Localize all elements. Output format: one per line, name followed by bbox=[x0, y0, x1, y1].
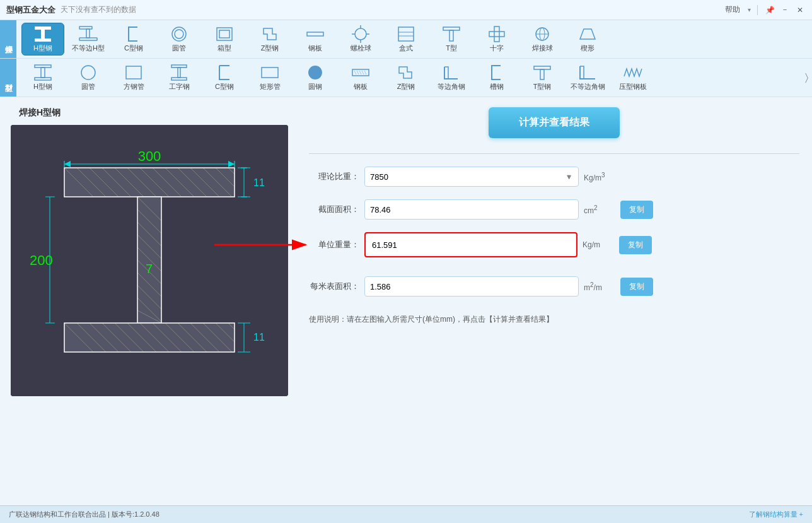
cross-section-copy-button[interactable]: 复制 bbox=[620, 201, 653, 219]
toolbar-more-button[interactable]: 〉 bbox=[801, 59, 812, 97]
help-dropdown-icon[interactable]: ▾ bbox=[748, 6, 751, 13]
h-beam2-label: H型钢 bbox=[33, 82, 52, 91]
svg-rect-22 bbox=[494, 26, 499, 42]
unit-weight-label: 单位重量： bbox=[309, 239, 359, 250]
toolbar-item-bolt-ball[interactable]: 螺栓球 bbox=[339, 23, 382, 56]
toolbar-item-trapezoid[interactable]: 楔形 bbox=[566, 23, 609, 56]
theory-weight-select[interactable]: 7850 7800 7900 bbox=[364, 167, 579, 187]
toolbar-item-i-beam[interactable]: 工字钢 bbox=[158, 61, 200, 94]
svg-rect-4 bbox=[86, 29, 90, 38]
theory-weight-select-wrapper: 7850 7800 7900 ▼ bbox=[364, 167, 579, 187]
svg-rect-20 bbox=[450, 30, 453, 41]
square-tube-label: 方钢管 bbox=[124, 82, 144, 91]
svg-text:7: 7 bbox=[146, 262, 153, 276]
svg-rect-9 bbox=[219, 30, 229, 38]
svg-rect-28 bbox=[41, 68, 45, 78]
toolbar-row-profile: 型材 H型钢 圆管 bbox=[0, 59, 812, 97]
svg-rect-31 bbox=[126, 66, 141, 79]
channel-icon bbox=[485, 64, 508, 81]
toolbar-item-h-beam2[interactable]: H型钢 bbox=[21, 61, 64, 94]
svg-text:11: 11 bbox=[253, 177, 265, 188]
box-label: 箱型 bbox=[218, 44, 231, 53]
unit-weight-unit: Kg/m bbox=[583, 240, 614, 249]
toolbar-row-weld: 焊接 H型钢 不等边H型 bbox=[0, 20, 812, 59]
svg-rect-21 bbox=[489, 32, 504, 37]
surface-area-row: 每米表面积： m2/m 复制 bbox=[309, 276, 799, 297]
toolbar-item-cross[interactable]: 十字 bbox=[475, 23, 518, 56]
surface-area-input[interactable] bbox=[364, 276, 579, 297]
help-button[interactable]: 帮助 bbox=[721, 3, 744, 16]
t-steel-icon bbox=[531, 64, 554, 81]
calc-button-row: 计算并查看结果 bbox=[309, 107, 799, 138]
toolbar-item-square-tube[interactable]: 方钢管 bbox=[112, 61, 155, 94]
round-steel-icon bbox=[304, 64, 327, 81]
c-steel2-icon bbox=[213, 64, 236, 81]
steel-plate2-icon bbox=[349, 64, 372, 81]
toolbar-item-c-steel[interactable]: C型钢 bbox=[112, 23, 155, 56]
toolbar-item-unequal-h[interactable]: 不等边H型 bbox=[67, 23, 110, 56]
toolbar-label-weld: 焊接 bbox=[0, 20, 16, 58]
svg-rect-92 bbox=[64, 323, 235, 352]
toolbar-item-c-steel2[interactable]: C型钢 bbox=[203, 61, 246, 94]
theory-weight-row: 理论比重： 7850 7800 7900 ▼ Kg/m3 bbox=[309, 167, 799, 187]
toolbar-item-channel[interactable]: 槽钢 bbox=[475, 61, 518, 94]
cross-section-label: 截面面积： bbox=[309, 204, 359, 215]
profiled-plate-label: 压型钢板 bbox=[619, 82, 647, 91]
toolbar-item-round-steel[interactable]: 圆钢 bbox=[294, 61, 337, 94]
copyright-text: 广联达钢结构和工作台联合出品 | 版本号:1.2.0.48 bbox=[9, 510, 160, 519]
divider bbox=[309, 153, 799, 154]
toolbar-item-round-tube[interactable]: 圆管 bbox=[158, 23, 200, 56]
svg-rect-34 bbox=[171, 78, 187, 80]
close-button[interactable]: ✕ bbox=[794, 4, 806, 16]
drawing-title: 焊接H型钢 bbox=[19, 107, 61, 119]
link-text[interactable]: 了解钢结构算量 + bbox=[749, 510, 803, 519]
steel-plate-icon bbox=[304, 25, 327, 43]
unequal-h-icon bbox=[77, 25, 100, 43]
round-tube2-label: 圆管 bbox=[81, 82, 95, 91]
toolbar-item-profiled-plate[interactable]: 压型钢板 bbox=[612, 61, 654, 94]
rect-tube-icon bbox=[258, 64, 281, 81]
round-tube-label: 圆管 bbox=[172, 44, 186, 53]
cross-section-input[interactable] bbox=[364, 199, 579, 220]
h-beam-icon bbox=[32, 25, 54, 43]
toolbar-item-h-beam[interactable]: H型钢 bbox=[21, 23, 64, 56]
box-type-icon bbox=[395, 25, 417, 43]
pin-button[interactable]: 📌 bbox=[764, 4, 775, 16]
toolbar-item-equal-angle[interactable]: 等边角钢 bbox=[430, 61, 473, 94]
toolbar-item-rect-tube[interactable]: 矩形管 bbox=[248, 61, 291, 94]
svg-point-7 bbox=[175, 30, 183, 38]
unequal-angle-icon bbox=[576, 64, 599, 81]
toolbar-item-steel-plate2[interactable]: 钢板 bbox=[339, 61, 382, 94]
calc-button[interactable]: 计算并查看结果 bbox=[489, 107, 620, 138]
c-steel-label: C型钢 bbox=[124, 44, 143, 53]
c-steel2-label: C型钢 bbox=[215, 82, 234, 91]
svg-rect-37 bbox=[262, 68, 278, 78]
unit-weight-input[interactable] bbox=[367, 235, 575, 255]
toolbar-item-box-type[interactable]: 盒式 bbox=[385, 23, 427, 56]
surface-area-copy-button[interactable]: 复制 bbox=[620, 278, 653, 296]
unit-weight-copy-button[interactable]: 复制 bbox=[619, 236, 652, 254]
toolbar-item-box[interactable]: 箱型 bbox=[203, 23, 246, 56]
minimize-button[interactable]: － bbox=[779, 4, 791, 16]
drawing-panel: 焊接H型钢 300 bbox=[0, 97, 296, 505]
svg-line-41 bbox=[357, 71, 359, 74]
toolbar-item-round-tube2[interactable]: 圆管 bbox=[67, 61, 110, 94]
toolbar-item-z-steel2[interactable]: Z型钢 bbox=[385, 61, 427, 94]
toolbar-item-t-steel[interactable]: T型钢 bbox=[521, 61, 564, 94]
toolbar-item-z-steel[interactable]: Z型钢 bbox=[248, 23, 291, 56]
svg-rect-10 bbox=[307, 32, 323, 36]
svg-rect-47 bbox=[540, 69, 544, 79]
toolbar-item-t-type[interactable]: T型 bbox=[430, 23, 473, 56]
unequal-h-label: 不等边H型 bbox=[72, 44, 105, 53]
toolbar-item-unequal-angle[interactable]: 不等边角钢 bbox=[566, 61, 609, 94]
unequal-angle-label: 不等边角钢 bbox=[571, 82, 605, 91]
z-steel2-label: Z型钢 bbox=[397, 82, 415, 91]
svg-rect-33 bbox=[178, 68, 180, 78]
svg-rect-2 bbox=[35, 38, 51, 42]
svg-text:200: 200 bbox=[30, 252, 53, 268]
toolbar-item-weld-ball[interactable]: 焊接球 bbox=[521, 23, 564, 56]
steel-plate-label: 钢板 bbox=[308, 44, 322, 53]
bolt-ball-label: 螺栓球 bbox=[351, 44, 371, 53]
toolbar-item-steel-plate[interactable]: 钢板 bbox=[294, 23, 337, 56]
app-slogan: 天下没有查不到的数据 bbox=[61, 4, 136, 15]
